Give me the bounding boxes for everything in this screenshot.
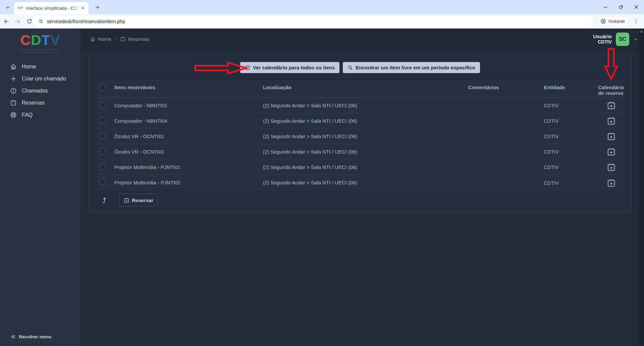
item-link[interactable]: Óculos VR - OCNTI02 bbox=[114, 149, 164, 155]
browser-profile-button[interactable]: Visitante bbox=[597, 16, 629, 26]
browser-tab[interactable]: CDTV Interface simplificada - CDTIV H bbox=[14, 2, 89, 14]
arrow-left-icon bbox=[3, 18, 9, 24]
sidebar-item-criar-chamado[interactable]: Criar um chamado bbox=[0, 73, 80, 85]
table-row: Projetor Multimídia - PJNTI02 (2) Segund… bbox=[97, 175, 624, 190]
tab-close-button[interactable] bbox=[80, 5, 86, 11]
table-row: Computador - NBNTI04 (2) Segundo Andar >… bbox=[97, 113, 624, 129]
page-header: Home / Reservas Usuário CDTIV SC bbox=[80, 28, 644, 50]
calendar-plus-icon bbox=[607, 116, 616, 125]
search-icon bbox=[347, 65, 353, 70]
location-link[interactable]: (2) Segundo Andar > Sala NTI / UECI (06) bbox=[263, 149, 357, 155]
item-link[interactable]: Projetor Multimídia - PJNTI01 bbox=[114, 164, 180, 170]
row-checkbox[interactable] bbox=[99, 102, 105, 108]
user-name: Usuário CDTIV bbox=[593, 34, 612, 45]
table-row: Projetor Multimídia - PJNTI01 (2) Segund… bbox=[97, 160, 624, 175]
close-icon bbox=[81, 6, 85, 10]
calendar-plus-icon bbox=[124, 197, 129, 203]
location-link[interactable]: (2) Segundo Andar > Sala NTI / UECI (06) bbox=[263, 103, 357, 108]
row-checkbox[interactable] bbox=[99, 148, 105, 154]
calendar-icon bbox=[245, 65, 250, 70]
breadcrumb-reservas-link[interactable]: Reservas bbox=[120, 36, 149, 42]
reserve-button[interactable]: Reservar bbox=[119, 194, 158, 207]
reservation-calendar-button[interactable] bbox=[606, 131, 616, 141]
table-header-row: Itens reserváveis Localização Comentário… bbox=[97, 80, 624, 98]
new-tab-button[interactable] bbox=[93, 3, 102, 12]
select-all-checkbox[interactable] bbox=[99, 84, 105, 91]
window-minimize-button[interactable] bbox=[598, 0, 613, 14]
massive-action-arrow-icon bbox=[101, 196, 109, 204]
avatar[interactable]: SC bbox=[616, 33, 629, 46]
site-settings-icon bbox=[38, 19, 44, 24]
window-restore-button[interactable] bbox=[613, 0, 629, 14]
chevron-down-icon bbox=[633, 37, 638, 42]
table-row: Óculos VR - OCNTI02 (2) Segundo Andar > … bbox=[97, 144, 624, 160]
breadcrumb: Home / Reservas bbox=[90, 28, 150, 50]
row-checkbox[interactable] bbox=[99, 133, 105, 139]
col-header-location: Localização bbox=[263, 84, 468, 90]
entity-cell: CDTIV bbox=[544, 164, 598, 170]
alert-circle-icon bbox=[10, 88, 17, 94]
calendar-icon bbox=[120, 36, 126, 42]
restore-icon bbox=[619, 5, 623, 9]
breadcrumb-home-link[interactable]: Home bbox=[90, 36, 111, 42]
sidebar-item-reservas[interactable]: Reservas bbox=[0, 97, 80, 109]
reservation-calendar-button[interactable] bbox=[606, 162, 616, 172]
sidebar-item-home[interactable]: Home bbox=[0, 61, 80, 73]
tab-search-button[interactable] bbox=[3, 3, 13, 12]
location-link[interactable]: (2) Segundo Andar > Sala NTI / UECI (06) bbox=[263, 164, 357, 170]
chevrons-left-icon bbox=[11, 334, 16, 339]
logo-subtitle-line2: Turismo e Inovação de Vitória bbox=[0, 51, 80, 54]
sidebar-item-faq[interactable]: FAQ bbox=[0, 109, 80, 121]
page-scrollbar[interactable] bbox=[639, 28, 644, 346]
reservation-calendar-button[interactable] bbox=[606, 100, 616, 111]
calendar-plus-icon bbox=[607, 163, 616, 172]
reload-icon bbox=[26, 18, 32, 24]
forward-button[interactable] bbox=[13, 16, 23, 26]
find-free-item-button[interactable]: Encontrar um item livre em um período es… bbox=[343, 62, 480, 73]
browser-menu-button[interactable]: ⋮ bbox=[631, 16, 641, 26]
entity-cell: CDTIV bbox=[544, 133, 598, 139]
cdtv-logo: CDTV Companhia de Desenvolvimento, Turis… bbox=[0, 33, 80, 54]
row-checkbox[interactable] bbox=[99, 117, 105, 123]
plus-icon bbox=[10, 75, 17, 82]
location-link[interactable]: (2) Segundo Andar > Sala NTI / UECI (06) bbox=[263, 118, 357, 124]
reservation-card: Ver calendário para todos os itens Encon… bbox=[89, 55, 631, 212]
browser-tab-strip: CDTV Interface simplificada - CDTIV H bbox=[0, 0, 644, 14]
home-icon bbox=[90, 36, 96, 42]
url-bar[interactable]: servicedesk/front/reservationitem.php bbox=[34, 16, 593, 27]
user-menu[interactable]: Usuário CDTIV SC bbox=[593, 28, 638, 50]
row-checkbox[interactable] bbox=[99, 164, 105, 170]
item-link[interactable]: Computador - NBNTI04 bbox=[114, 118, 167, 124]
reload-button[interactable] bbox=[24, 16, 34, 26]
location-link[interactable]: (2) Segundo Andar > Sala NTI / UECI (06) bbox=[263, 180, 357, 185]
location-link[interactable]: (2) Segundo Andar > Sala NTI / UECI (06) bbox=[263, 133, 357, 139]
view-calendar-all-items-button[interactable]: Ver calendário para todos os itens bbox=[240, 62, 339, 73]
collapse-menu-button[interactable]: Recolher menu bbox=[11, 334, 52, 339]
col-header-entity: Entidade bbox=[544, 84, 598, 90]
sidebar-item-chamados[interactable]: Chamados bbox=[0, 85, 80, 97]
col-header-comments: Comentários bbox=[468, 84, 544, 90]
reservation-calendar-button[interactable] bbox=[606, 178, 616, 188]
logo-subtitle-line1: Companhia de Desenvolvimento, bbox=[0, 48, 80, 51]
window-close-button[interactable] bbox=[629, 0, 644, 14]
item-link[interactable]: Computador - NBNTI01 bbox=[114, 103, 167, 108]
entity-cell: CDTIV bbox=[544, 180, 598, 186]
table-row: Computador - NBNTI01 (2) Segundo Andar >… bbox=[97, 98, 624, 113]
item-link[interactable]: Óculos VR - OCNTI01 bbox=[114, 133, 164, 139]
browser-toolbar: servicedesk/front/reservationitem.php Vi… bbox=[0, 14, 644, 28]
tab-title: Interface simplificada - CDTIV H bbox=[26, 6, 80, 11]
arrow-right-icon bbox=[15, 18, 21, 24]
reservation-calendar-button[interactable] bbox=[606, 147, 616, 157]
item-link[interactable]: Projetor Multimídia - PJNTI02 bbox=[114, 180, 180, 185]
reservation-calendar-button[interactable] bbox=[606, 116, 616, 126]
person-icon bbox=[600, 18, 606, 24]
calendar-plus-icon bbox=[607, 101, 616, 110]
home-icon bbox=[10, 63, 17, 70]
col-header-calendar: Calendário de reserva bbox=[598, 84, 628, 96]
row-checkbox[interactable] bbox=[99, 179, 105, 185]
url-text: servicedesk/front/reservationitem.php bbox=[47, 19, 125, 24]
entity-cell: CDTIV bbox=[544, 103, 598, 108]
entity-cell: CDTIV bbox=[544, 118, 598, 124]
back-button[interactable] bbox=[1, 16, 11, 26]
app-window: CDTV Companhia de Desenvolvimento, Turis… bbox=[0, 28, 644, 346]
